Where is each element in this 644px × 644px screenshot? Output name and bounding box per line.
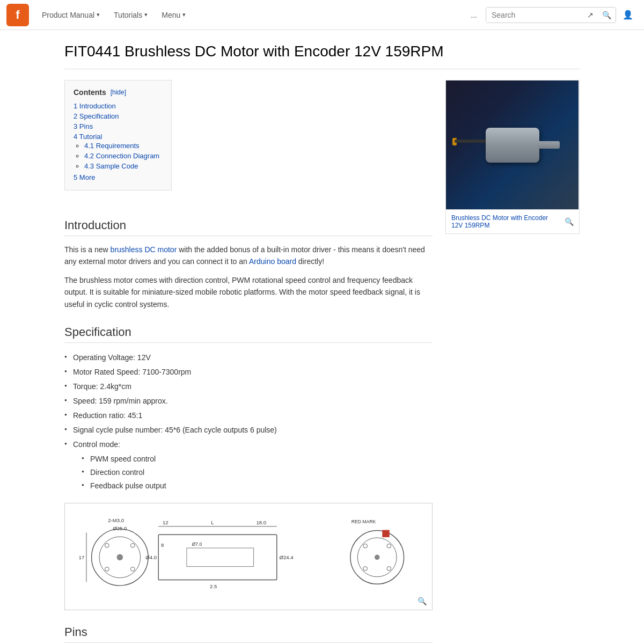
site-logo[interactable]: f <box>6 4 29 26</box>
navbar-tutorials[interactable]: Tutorials <box>107 6 154 24</box>
control-mode-2: Feedback pulse output <box>82 479 433 493</box>
svg-point-5 <box>105 567 109 572</box>
spec-item-3: Speed: 159 rpm/min approx. <box>64 394 433 408</box>
spec-list: Operating Voltage: 12V Motor Rated Speed… <box>64 350 433 494</box>
toc-link-introduction[interactable]: 1 Introduction <box>74 102 116 110</box>
toc-item-4-3: 4.3 Sample Code <box>84 161 163 171</box>
svg-point-27 <box>363 567 368 571</box>
intro-para-2: The brushless motor comes with direction… <box>64 274 433 310</box>
search-button[interactable]: 🔍 <box>598 8 616 23</box>
toc-item-3: 3 Pins <box>74 121 163 131</box>
control-mode-0: PWM speed control <box>82 452 433 466</box>
svg-point-26 <box>387 544 391 548</box>
navbar-menu-btn[interactable]: Menu <box>155 6 192 24</box>
svg-point-25 <box>363 544 368 548</box>
svg-text:Ø4.0: Ø4.0 <box>145 554 157 560</box>
page-title: FIT0441 Brushless DC Motor with Encoder … <box>64 43 580 69</box>
spec-item-2: Torque: 2.4kg*cm <box>64 379 433 394</box>
content-main: Contents [hide] 1 Introduction 2 Specifi… <box>64 80 433 644</box>
svg-text:Ø25.0: Ø25.0 <box>113 525 127 531</box>
pins-heading: Pins <box>64 625 433 643</box>
user-button[interactable]: 👤 <box>618 5 638 24</box>
svg-text:RED MARK: RED MARK <box>352 519 376 524</box>
svg-rect-30 <box>382 530 389 537</box>
spec-item-4: Reduction ratio: 45:1 <box>64 408 433 423</box>
svg-text:17: 17 <box>79 554 85 560</box>
toc-item-1: 1 Introduction <box>74 101 163 111</box>
spec-item-5: Signal cycle pulse number: 45*6 (Each cy… <box>64 423 433 437</box>
introduction-heading: Introduction <box>64 218 433 236</box>
toc-link-pins[interactable]: 3 Pins <box>74 122 93 130</box>
toc-link-requirements[interactable]: 4.1 Requirements <box>84 142 140 150</box>
toc-link-sample-code[interactable]: 4.3 Sample Code <box>84 162 138 170</box>
dimension-diagram-svg: 2-M3.0 Ø25.0 17 L 12 18.0 Ø7. <box>74 512 423 599</box>
navbar: f Product Manual Tutorials Menu ... ↗ 🔍 … <box>0 0 644 30</box>
motor-wire <box>455 140 487 143</box>
svg-text:12: 12 <box>163 519 169 525</box>
toc-link-specification[interactable]: 2 Specification <box>74 112 119 120</box>
content-layout: Contents [hide] 1 Introduction 2 Specifi… <box>64 80 580 644</box>
toc-sublist-4: 4.1 Requirements 4.2 Connection Diagram … <box>74 141 163 171</box>
toc-link-tutorial[interactable]: 4 Tutorial <box>74 133 102 141</box>
svg-text:8: 8 <box>161 542 164 548</box>
navbar-more-btn[interactable]: ... <box>464 6 484 24</box>
content-sidebar: Brushless DC Motor with Encoder 12V 159R… <box>445 80 580 644</box>
diagram-zoom-btn[interactable]: 🔍 <box>418 597 427 605</box>
control-mode-list: PWM speed control Direction control Feed… <box>82 452 433 493</box>
toc-title: Contents [hide] <box>74 88 163 97</box>
navbar-menu: Product Manual Tutorials Menu <box>35 6 462 24</box>
svg-text:2-M3.0: 2-M3.0 <box>108 517 124 523</box>
logo-letter: f <box>16 8 19 22</box>
svg-text:L: L <box>211 519 214 525</box>
svg-text:2.5: 2.5 <box>210 583 217 589</box>
brushless-dc-motor-link[interactable]: brushless DC motor <box>111 245 177 254</box>
svg-rect-11 <box>158 535 277 580</box>
svg-point-4 <box>130 543 135 547</box>
sidebar-image-box: Brushless DC Motor with Encoder 12V 159R… <box>445 80 580 234</box>
svg-point-28 <box>387 567 391 571</box>
spec-item-6: Control mode: PWM speed control Directio… <box>64 437 433 494</box>
user-icon: 👤 <box>623 10 633 19</box>
arduino-board-link[interactable]: Arduino board <box>249 257 296 266</box>
toc-item-4-1: 4.1 Requirements <box>84 141 163 151</box>
svg-point-6 <box>130 567 135 572</box>
svg-text:Ø7.0: Ø7.0 <box>192 541 202 547</box>
toc-link-connection-diagram[interactable]: 4.2 Connection Diagram <box>84 152 159 160</box>
sidebar-motor-image <box>446 80 579 209</box>
main-container: FIT0441 Brushless DC Motor with Encoder … <box>54 30 590 644</box>
toc-item-4-2: 4.2 Connection Diagram <box>84 151 163 161</box>
toc-box: Contents [hide] 1 Introduction 2 Specifi… <box>64 80 172 191</box>
toc-item-2: 2 Specification <box>74 111 163 121</box>
svg-text:18.0: 18.0 <box>256 519 266 525</box>
svg-point-3 <box>105 543 109 547</box>
toc-link-more[interactable]: 5 More <box>74 173 95 181</box>
svg-rect-16 <box>187 548 254 567</box>
toc-item-4: 4 Tutorial 4.1 Requirements 4.2 Connecti… <box>74 131 163 172</box>
share-button[interactable]: ↗ <box>583 8 598 23</box>
sidebar-image-caption: Brushless DC Motor with Encoder 12V 159R… <box>446 209 579 233</box>
svg-text:Ø24.4: Ø24.4 <box>280 554 294 560</box>
specification-heading: Specification <box>64 325 433 343</box>
sidebar-zoom-btn[interactable]: 🔍 <box>565 217 574 226</box>
toc-item-5: 5 More <box>74 172 163 182</box>
search-box: ↗ 🔍 <box>486 7 616 23</box>
svg-point-24 <box>375 555 380 560</box>
spec-item-0: Operating Voltage: 12V <box>64 350 433 365</box>
toc-list: 1 Introduction 2 Specification 3 Pins 4 … <box>74 101 163 182</box>
sidebar-caption-link[interactable]: Brushless DC Motor with Encoder 12V 159R… <box>451 214 559 229</box>
intro-para-1: This is a new brushless DC motor with th… <box>64 244 433 268</box>
motor-shaft <box>538 141 560 149</box>
dimension-diagram-box: 2-M3.0 Ø25.0 17 L 12 18.0 Ø7. <box>64 503 433 610</box>
spec-item-1: Motor Rated Speed: 7100-7300rpm <box>64 365 433 379</box>
navbar-right: ... ↗ 🔍 👤 <box>464 5 638 24</box>
svg-point-2 <box>117 554 123 561</box>
control-mode-1: Direction control <box>82 466 433 479</box>
toc-hide-btn[interactable]: [hide] <box>111 89 126 96</box>
motor-body <box>486 128 539 163</box>
navbar-product-manual[interactable]: Product Manual <box>35 6 106 24</box>
search-input[interactable] <box>486 8 583 23</box>
